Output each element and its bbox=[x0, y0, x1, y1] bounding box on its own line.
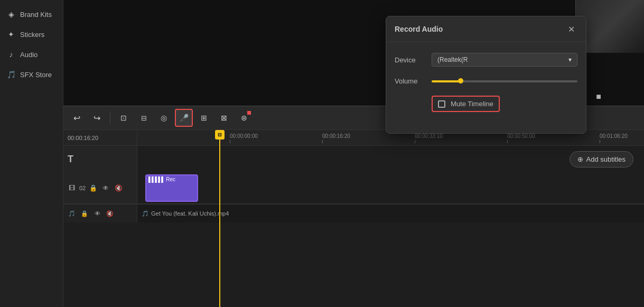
undo-icon: ↩ bbox=[73, 113, 80, 123]
playhead[interactable]: ⊟ bbox=[219, 130, 220, 307]
ruler-label-0: 00:00:00:00 bbox=[230, 133, 258, 139]
text-icon: T bbox=[68, 154, 73, 165]
stop-icon: ■ bbox=[596, 92, 601, 101]
audio-track-content: 🎵 Get You (feat. Kali Uchis).mp4 bbox=[137, 204, 644, 222]
device-control: (Realtek(R ▾ bbox=[432, 53, 577, 67]
ruler-mark-2: 00:00:33:10 bbox=[415, 133, 507, 143]
ruler-label-1: 00:00:16:20 bbox=[322, 133, 350, 139]
current-time-display: 00:00:16:20 bbox=[68, 135, 98, 141]
audio-mute-btn[interactable]: 🔇 bbox=[105, 208, 115, 219]
dialog-close-button[interactable]: ✕ bbox=[565, 23, 577, 35]
track-content: ▌▌▌▌▌ Rec bbox=[137, 172, 644, 203]
badge-icon: ⊛ bbox=[241, 114, 247, 122]
device-select[interactable]: (Realtek(R ▾ bbox=[432, 53, 577, 67]
audio-filename: 🎵 Get You (feat. Kali Uchis).mp4 bbox=[137, 210, 229, 217]
ruler-mark-0: 00:00:00:00 bbox=[230, 133, 322, 143]
track-control-film[interactable]: 🎞 bbox=[67, 183, 77, 193]
shield-icon: ◎ bbox=[161, 114, 167, 122]
sidebar: ◈ Brand Kits ✦ Stickers ♪ Audio 🎵 SFX St… bbox=[0, 0, 63, 307]
mic-icon: 🎤 bbox=[180, 114, 189, 122]
video-clip[interactable]: ▌▌▌▌▌ Rec bbox=[145, 174, 198, 202]
ruler-label-4: 00:01:06:20 bbox=[600, 133, 628, 139]
ruler-label-3: 00:00:50:00 bbox=[507, 133, 535, 139]
split-button[interactable]: ⊟ bbox=[135, 109, 153, 127]
close-icon: ✕ bbox=[568, 24, 575, 34]
audio-track-row: 🎵 🔒 👁 🔇 🎵 Get You (feat. Kali Uchis).mp4 bbox=[63, 204, 644, 222]
audio-visibility-btn[interactable]: 👁 bbox=[92, 208, 102, 219]
audio-icon: ♪ bbox=[6, 50, 16, 59]
mute-label: Mute Timeline bbox=[451, 100, 493, 108]
device-label: Device bbox=[395, 56, 432, 64]
volume-label: Volume bbox=[395, 77, 432, 85]
volume-slider-container bbox=[432, 80, 577, 82]
sidebar-item-brand-kits[interactable]: ◈ Brand Kits bbox=[0, 4, 63, 24]
ruler-mark-3: 00:00:50:00 bbox=[507, 133, 600, 143]
audio-track-controls: 🎵 🔒 👁 🔇 bbox=[63, 204, 137, 222]
ruler-tick-4 bbox=[600, 140, 600, 143]
ruler-mark-1: 00:00:16:20 bbox=[322, 133, 415, 143]
sidebar-item-label: Audio bbox=[20, 51, 38, 59]
caption-icon: ⊞ bbox=[201, 114, 207, 122]
playhead-head[interactable]: ⊟ bbox=[215, 130, 225, 139]
clip-label: ▌▌▌▌▌ Rec bbox=[146, 175, 197, 183]
badge-button[interactable]: ⊛ bbox=[235, 109, 253, 127]
ruler-left-spacer: 00:00:16:20 bbox=[63, 130, 137, 145]
pip-button[interactable]: ⊠ bbox=[215, 109, 233, 127]
mute-checkbox[interactable] bbox=[438, 100, 445, 108]
stop-button[interactable]: ■ bbox=[590, 88, 607, 105]
ruler-tick-3 bbox=[507, 140, 508, 143]
sidebar-item-label: Brand Kits bbox=[20, 11, 52, 18]
mute-row: Mute Timeline bbox=[395, 96, 577, 112]
mute-timeline-container: Mute Timeline bbox=[432, 96, 500, 112]
crop-button[interactable]: ⊡ bbox=[115, 109, 133, 127]
ruler-tick-0 bbox=[230, 140, 230, 143]
crop-icon: ⊡ bbox=[120, 114, 127, 122]
audio-lock-btn[interactable]: 🔒 bbox=[79, 208, 90, 219]
device-row: Device (Realtek(R ▾ bbox=[395, 53, 577, 67]
caption-button[interactable]: ⊞ bbox=[195, 109, 213, 127]
dialog-header: Record Audio ✕ bbox=[386, 16, 586, 42]
track-visibility-btn[interactable]: 👁 bbox=[100, 183, 111, 193]
device-value: (Realtek(R bbox=[437, 56, 468, 63]
dialog-body: Device (Realtek(R ▾ Volume bbox=[386, 42, 586, 133]
audio-track-icon[interactable]: 🎵 bbox=[67, 208, 77, 219]
redo-button[interactable]: ↪ bbox=[88, 109, 106, 127]
volume-slider[interactable] bbox=[432, 80, 577, 82]
undo-button[interactable]: ↩ bbox=[68, 109, 86, 127]
sfx-icon: 🎵 bbox=[6, 70, 16, 79]
sidebar-item-label: SFX Store bbox=[20, 71, 52, 79]
clip-waveform: ▌▌▌▌▌ bbox=[148, 176, 164, 182]
chevron-down-icon: ▾ bbox=[568, 56, 572, 63]
ruler-tick-1 bbox=[322, 140, 323, 143]
ruler-mark-4: 00:01:06:20 bbox=[600, 133, 644, 143]
divider-1 bbox=[110, 111, 110, 124]
track-lock-btn[interactable]: 🔒 bbox=[88, 183, 98, 193]
redo-icon: ↪ bbox=[94, 113, 100, 123]
split-icon: ⊟ bbox=[141, 114, 147, 122]
text-track-label: T bbox=[63, 146, 137, 172]
shield-button[interactable]: ◎ bbox=[155, 109, 173, 127]
audio-file-icon: 🎵 bbox=[142, 210, 149, 217]
brand-kits-icon: ◈ bbox=[6, 10, 16, 19]
add-subtitles-button[interactable]: ⊕ Add subtitles bbox=[570, 151, 633, 168]
volume-thumb[interactable] bbox=[458, 78, 463, 83]
sidebar-item-sfx-store[interactable]: 🎵 SFX Store bbox=[0, 64, 63, 85]
sidebar-item-stickers[interactable]: ✦ Stickers bbox=[0, 24, 63, 44]
text-track-row: T ⊕ Add subtitles bbox=[63, 146, 644, 172]
pip-icon: ⊠ bbox=[221, 114, 227, 122]
record-audio-dialog[interactable]: Record Audio ✕ Device (Realtek(R ▾ Volum… bbox=[386, 16, 586, 134]
track-mute-btn[interactable]: 🔇 bbox=[113, 183, 124, 193]
clip-name: Rec bbox=[166, 176, 175, 182]
sidebar-item-audio[interactable]: ♪ Audio bbox=[0, 44, 63, 64]
track-number: 02 bbox=[79, 185, 86, 191]
add-subtitles-label: Add subtitles bbox=[586, 155, 626, 163]
ruler-label-2: 00:00:33:10 bbox=[415, 133, 443, 139]
mic-button[interactable]: 🎤 bbox=[175, 109, 193, 127]
timeline: 00:00:16:20 00:00:00:00 00:00:16:20 00:0… bbox=[63, 130, 644, 307]
track-controls: 🎞 02 🔒 👁 🔇 bbox=[63, 172, 137, 203]
sidebar-item-label: Stickers bbox=[20, 31, 44, 39]
text-track-content: ⊕ Add subtitles bbox=[137, 146, 644, 172]
clip-track-row: 🎞 02 🔒 👁 🔇 ▌▌▌▌▌ Rec bbox=[63, 172, 644, 204]
timeline-tracks: T ⊕ Add subtitles 🎞 02 🔒 👁 🔇 bbox=[63, 146, 644, 307]
volume-control bbox=[432, 80, 577, 82]
